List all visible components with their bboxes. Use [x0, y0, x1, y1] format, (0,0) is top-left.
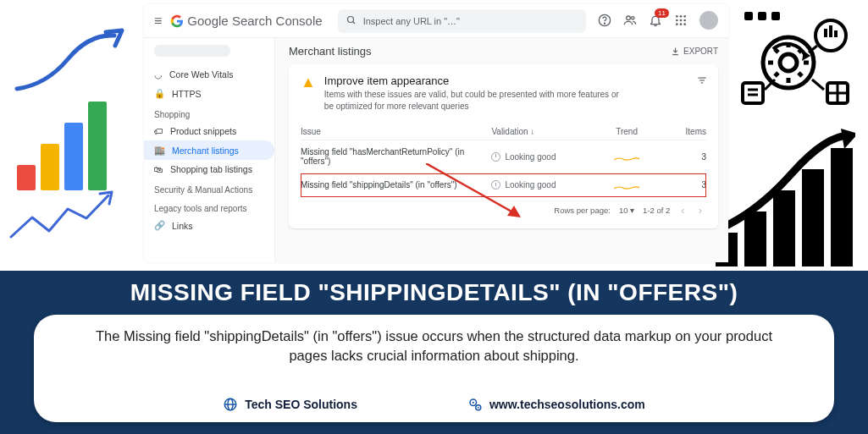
warning-icon: ▲ [301, 74, 316, 112]
issues-table: Issue Validation ↓ Trend Items Missing f… [301, 124, 706, 218]
svg-line-14 [775, 49, 778, 52]
search-placeholder: Inspect any URL in "…" [363, 16, 460, 26]
svg-point-53 [473, 402, 474, 404]
svg-point-35 [680, 15, 683, 18]
svg-point-42 [683, 23, 686, 25]
pager-next[interactable]: › [696, 204, 705, 217]
sidebar-cat-legacy: Legacy tools and reports [144, 197, 274, 216]
svg-rect-2 [771, 12, 780, 20]
notifications-icon[interactable]: 11 [649, 14, 662, 29]
notif-badge: 11 [655, 8, 669, 18]
svg-line-29 [352, 21, 355, 24]
banner-hero: MISSING FIELD "SHIPPINGDETAILS" (IN "OFF… [0, 279, 868, 306]
sidebar-item-product-snippets[interactable]: 🏷Product snippets [144, 122, 274, 140]
decor-right-icons [739, 5, 858, 107]
svg-rect-5 [829, 25, 832, 37]
svg-point-36 [683, 15, 686, 18]
col-trend[interactable]: Trend [587, 127, 666, 136]
validation-cell: Looking good [491, 152, 587, 162]
banner-panel: The Missing field "shippingDetails" (in … [34, 315, 834, 422]
brand-label: Tech SEO Solutions [223, 397, 357, 412]
svg-point-41 [680, 23, 683, 25]
people-icon[interactable] [623, 14, 637, 29]
pager-rows-label: Rows per page: [554, 206, 611, 215]
issue-text: Missing field "hasMerchantReturnPolicy" … [301, 147, 491, 166]
svg-point-28 [347, 16, 353, 22]
svg-point-33 [632, 16, 634, 19]
sidebar-cat-shopping: Shopping [144, 103, 274, 122]
validation-cell: Looking good [491, 180, 587, 190]
globe-icon [223, 397, 238, 412]
gsc-header: ≡ Google Search Console Inspect any URL … [144, 4, 728, 38]
gsc-logo-text-1: Google [187, 14, 228, 28]
search-input[interactable]: Inspect any URL in "…" [338, 9, 586, 33]
svg-rect-1 [758, 12, 766, 20]
pager-range: 1-2 of 2 [643, 206, 670, 215]
link-icon: 🔗 [154, 220, 165, 231]
store-icon: 🏬 [154, 145, 165, 156]
sidebar-cat-security: Security & Manual Actions [144, 179, 274, 197]
search-icon [346, 15, 357, 27]
trend-cell [587, 183, 666, 188]
pager-prev[interactable]: ‹ [678, 204, 687, 217]
sidebar-item-merchant-listings[interactable]: 🏬Merchant listings [144, 140, 274, 160]
apps-icon[interactable] [674, 14, 688, 29]
svg-line-16 [775, 73, 778, 76]
help-icon[interactable] [598, 14, 611, 29]
gsc-logo: Google Search Console [170, 14, 322, 28]
clock-icon [491, 180, 500, 190]
sidebar-item-links[interactable]: 🔗Links [144, 216, 274, 235]
svg-point-43 [699, 11, 718, 30]
cart-icon: 🛍 [154, 164, 163, 174]
brand-url[interactable]: www.techseosolutions.com [467, 397, 645, 412]
svg-point-37 [676, 19, 678, 21]
page-title: Merchant listings [289, 45, 372, 58]
gsc-sidebar: ◡Core Web Vitals 🔒HTTPS Shopping 🏷Produc… [144, 38, 275, 262]
col-validation[interactable]: Validation ↓ [491, 127, 587, 136]
gear-icon [467, 397, 483, 412]
table-pager: Rows per page: 10 ▾ 1-2 of 2 ‹ › [301, 197, 706, 218]
svg-point-38 [680, 19, 683, 21]
clock-icon [491, 152, 500, 162]
svg-line-17 [799, 73, 802, 76]
trend-cell [587, 154, 666, 159]
col-issue[interactable]: Issue [301, 127, 491, 136]
sparkline-icon [8, 190, 127, 250]
avatar[interactable] [699, 11, 718, 31]
sidebar-item-cwv[interactable]: ◡Core Web Vitals [144, 65, 274, 84]
svg-point-34 [676, 15, 678, 18]
filter-icon[interactable] [696, 74, 708, 88]
table-row[interactable]: Missing field "hasMerchantReturnPolicy" … [301, 140, 706, 173]
svg-line-15 [799, 49, 802, 52]
pager-size-select[interactable]: 10 ▾ [619, 206, 634, 215]
arrow-up-icon [8, 25, 135, 102]
svg-line-25 [812, 80, 824, 90]
gsc-logo-text-2: Search Console [232, 14, 323, 28]
col-items[interactable]: Items [666, 127, 706, 136]
banner-desc: The Missing field "shippingDetails" (in … [85, 327, 783, 365]
issue-text: Missing field "shippingDetails" (in "off… [301, 180, 491, 190]
card-title: Improve item appearance [324, 74, 629, 87]
table-row[interactable]: Missing field "shippingDetails" (in "off… [301, 173, 706, 197]
sidebar-item-shopping-tab[interactable]: 🛍Shopping tab listings [144, 160, 274, 179]
svg-rect-6 [834, 30, 838, 37]
gsc-main: Merchant listings EXPORT ▲ Improve item … [275, 38, 728, 262]
decor-right-bar-chart [716, 127, 855, 266]
menu-icon[interactable]: ≡ [154, 14, 162, 29]
svg-point-55 [478, 407, 479, 409]
svg-rect-4 [824, 29, 827, 37]
sidebar-item-https[interactable]: 🔒HTTPS [144, 84, 274, 103]
svg-rect-18 [743, 83, 763, 103]
gsc-app: ≡ Google Search Console Inspect any URL … [144, 4, 728, 262]
svg-marker-27 [841, 129, 855, 149]
decor-left-chart [8, 25, 135, 220]
export-button[interactable]: EXPORT [671, 47, 718, 56]
card-subtitle: Items with these issues are valid, but c… [324, 89, 629, 112]
lock-icon: 🔒 [154, 88, 165, 99]
svg-rect-0 [744, 12, 753, 20]
svg-point-31 [604, 23, 605, 24]
pulse-icon: ◡ [154, 69, 163, 80]
svg-point-9 [780, 54, 797, 71]
items-cell: 3 [666, 152, 706, 162]
sidebar-property-selector[interactable] [154, 45, 230, 57]
